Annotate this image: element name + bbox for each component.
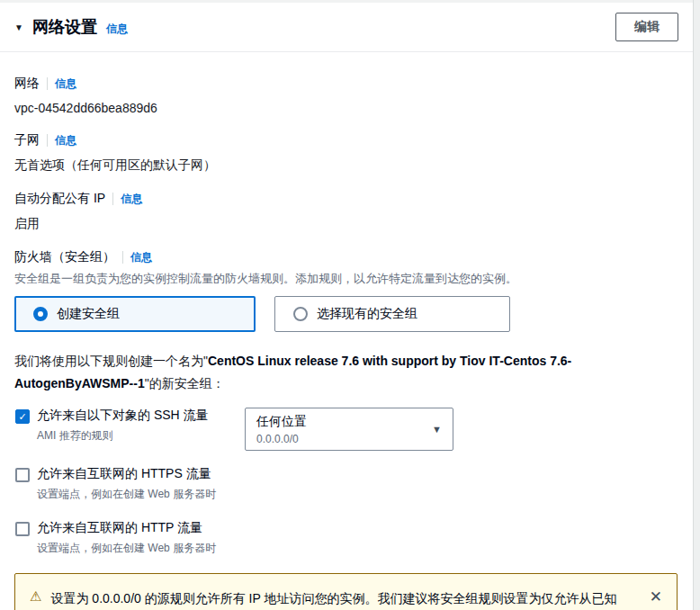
dropdown-caret-icon: ▼: [432, 424, 442, 435]
https-rule-label: 允许来自互联网的 HTTPS 流量: [37, 466, 216, 482]
warning-banner: ⚠ 设置为 0.0.0.0/0 的源规则允许所有 IP 地址访问您的实例。我们建…: [14, 573, 678, 610]
create-security-group-label: 创建安全组: [57, 306, 120, 322]
collapse-caret-icon[interactable]: ▼: [14, 22, 23, 32]
auto-assign-ip-info-link[interactable]: 信息: [121, 192, 142, 207]
https-rule-sublabel: 设置端点，例如在创建 Web 服务器时: [37, 487, 216, 502]
network-settings-panel: ▼ 网络设置 信息 编辑 网络 信息 vpc-04542dd66bea889d6…: [0, 3, 693, 610]
network-info-link[interactable]: 信息: [55, 76, 76, 92]
network-field: 网络 信息 vpc-04542dd66bea889d6: [14, 76, 678, 115]
auto-assign-ip-field: 自动分配公有 IP 信息 启用: [14, 191, 678, 232]
warning-triangle-icon: ⚠: [30, 587, 41, 606]
subnet-field: 子网 信息 无首选项（任何可用区的默认子网）: [14, 132, 678, 174]
ssh-source-cidr: 0.0.0.0/0: [256, 433, 307, 445]
panel-title: 网络设置: [32, 16, 97, 38]
firewall-field: 防火墙（安全组） 信息 安全组是一组负责为您的实例控制流量的防火墙规则。添加规则…: [14, 249, 678, 332]
divider: [122, 251, 123, 264]
ssh-rule-label: 允许来自以下对象的 SSH 流量: [37, 408, 209, 424]
rules-intro-suffix: "的新安全组：: [145, 376, 225, 390]
http-rule-row: 允许来自互联网的 HTTP 流量 设置端点，例如在创建 Web 服务器时: [14, 520, 678, 556]
ssh-rule-row: ✓ 允许来自以下对象的 SSH 流量 AMI 推荐的规则 任何位置 0.0.0.…: [14, 408, 678, 451]
divider: [47, 134, 48, 147]
rules-intro-text: 我们将使用以下规则创建一个名为"CentOS Linux release 7.6…: [14, 350, 678, 395]
firewall-description: 安全组是一组负责为您的实例控制流量的防火墙规则。添加规则，以允许特定流量到达您的…: [14, 271, 678, 287]
radio-selected-icon[interactable]: [33, 307, 48, 321]
select-existing-security-group-option[interactable]: 选择现有的安全组: [274, 296, 510, 332]
firewall-label: 防火墙（安全组）: [14, 249, 115, 265]
ssh-source-dropdown[interactable]: 任何位置 0.0.0.0/0 ▼: [245, 408, 453, 451]
http-rule-sublabel: 设置端点，例如在创建 Web 服务器时: [37, 541, 216, 556]
network-value: vpc-04542dd66bea889d6: [14, 101, 678, 115]
scrollbar-track[interactable]: [693, 0, 700, 610]
header-info-link[interactable]: 信息: [106, 22, 128, 37]
https-checkbox[interactable]: [15, 468, 30, 482]
create-security-group-option[interactable]: 创建安全组: [14, 296, 256, 332]
https-rule-row: 允许来自互联网的 HTTPS 流量 设置端点，例如在创建 Web 服务器时: [14, 466, 678, 502]
ssh-checkbox[interactable]: ✓: [15, 409, 30, 424]
ssh-rule-sublabel: AMI 推荐的规则: [37, 428, 209, 444]
select-existing-security-group-label: 选择现有的安全组: [317, 306, 417, 322]
subnet-label: 子网: [14, 132, 40, 148]
panel-content: 网络 信息 vpc-04542dd66bea889d6 子网 信息 无首选项（任…: [0, 52, 693, 610]
http-rule-label: 允许来自互联网的 HTTP 流量: [37, 520, 216, 536]
divider: [112, 193, 113, 205]
http-checkbox[interactable]: [15, 522, 30, 536]
auto-assign-ip-value: 启用: [14, 216, 678, 232]
auto-assign-ip-label: 自动分配公有 IP: [14, 191, 105, 207]
panel-header: ▼ 网络设置 信息 编辑: [0, 3, 693, 52]
network-label: 网络: [14, 76, 40, 92]
security-group-options: 创建安全组 选择现有的安全组: [14, 296, 678, 332]
close-icon[interactable]: ✕: [650, 588, 662, 607]
ssh-source-value: 任何位置: [256, 414, 307, 430]
radio-unselected-icon[interactable]: [293, 307, 308, 321]
edit-button[interactable]: 编辑: [615, 13, 678, 41]
warning-message: 设置为 0.0.0.0/0 的源规则允许所有 IP 地址访问您的实例。我们建议将…: [50, 587, 649, 610]
subnet-info-link[interactable]: 信息: [55, 133, 76, 148]
firewall-info-link[interactable]: 信息: [130, 250, 152, 265]
subnet-value: 无首选项（任何可用区的默认子网）: [14, 157, 678, 174]
divider: [47, 77, 48, 90]
rules-intro-prefix: 我们将使用以下规则创建一个名为": [14, 354, 208, 368]
